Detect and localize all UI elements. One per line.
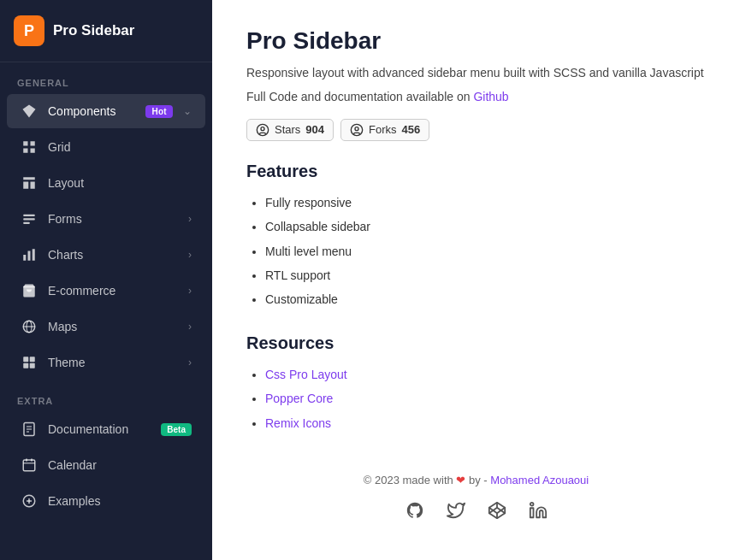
sidebar-item-forms[interactable]: Forms › — [7, 202, 205, 236]
github-buttons: Stars 904 Forks 456 — [246, 119, 706, 141]
footer: © 2023 made with ❤ by - Mohamed Azouaoui — [246, 457, 706, 531]
sidebar-item-ecommerce[interactable]: E-commerce › — [7, 274, 205, 308]
description-2: Full Code and documentation available on… — [246, 87, 706, 106]
footer-by: by - — [469, 474, 488, 486]
chevron-ecommerce-icon: › — [188, 285, 192, 297]
resource-3: Remix Icons — [265, 414, 706, 433]
extra-section-label: EXTRA — [0, 380, 212, 411]
layout-icon — [21, 174, 38, 192]
resources-list: Css Pro Layout Popper Core Remix Icons — [246, 365, 706, 433]
logo-title: Pro Sidebar — [53, 22, 134, 39]
svg-rect-10 — [23, 255, 26, 261]
resource-2-link[interactable]: Popper Core — [265, 392, 333, 405]
diamond-icon — [21, 103, 38, 120]
linkedin-icon[interactable] — [526, 498, 550, 522]
maps-label: Maps — [48, 320, 178, 333]
beta-badge: Beta — [161, 423, 192, 436]
components-label: Components — [48, 104, 135, 118]
svg-rect-5 — [23, 182, 28, 189]
logo-icon: P — [14, 15, 44, 46]
ecommerce-label: E-commerce — [48, 284, 178, 298]
svg-rect-0 — [23, 141, 27, 145]
twitter-icon[interactable] — [444, 498, 468, 522]
sidebar-item-charts[interactable]: Charts › — [7, 238, 205, 272]
footer-text: © 2023 made with — [364, 474, 453, 486]
grid-icon — [21, 139, 38, 156]
stars-count: 904 — [305, 123, 324, 136]
resource-1: Css Pro Layout — [265, 365, 706, 384]
svg-rect-3 — [31, 149, 35, 153]
svg-rect-9 — [23, 222, 30, 224]
chevron-charts-icon: › — [188, 249, 192, 261]
resources-title: Resources — [246, 333, 706, 353]
forks-button[interactable]: Forks 456 — [340, 119, 429, 141]
feature-1: Fully responsive — [265, 193, 706, 212]
sidebar-logo: P Pro Sidebar — [0, 0, 212, 62]
hot-badge: Hot — [145, 105, 173, 118]
heart-icon: ❤ — [456, 474, 469, 486]
sidebar-item-examples[interactable]: Examples — [7, 484, 205, 518]
examples-label: Examples — [48, 494, 192, 508]
feature-2: Collapsable sidebar — [265, 217, 706, 236]
resource-1-link[interactable]: Css Pro Layout — [265, 368, 347, 381]
examples-icon — [21, 492, 38, 510]
footer-author-link[interactable]: Mohamed Azouaoui — [490, 474, 589, 486]
forks-label: Forks — [369, 123, 397, 136]
feature-3: Multi level menu — [265, 242, 706, 261]
resource-2: Popper Core — [265, 389, 706, 408]
chevron-theme-icon: › — [188, 357, 192, 368]
sidebar-item-maps[interactable]: Maps › — [7, 309, 205, 344]
features-list: Fully responsive Collapsable sidebar Mul… — [246, 193, 706, 309]
sidebar-item-documentation[interactable]: Documentation Beta — [7, 412, 205, 446]
svg-rect-8 — [23, 218, 35, 220]
svg-rect-11 — [28, 251, 31, 261]
sidebar-item-theme[interactable]: Theme › — [7, 345, 205, 380]
svg-point-40 — [530, 503, 533, 506]
sidebar-item-calendar[interactable]: Calendar — [7, 448, 205, 482]
forms-icon — [21, 210, 38, 227]
forks-count: 456 — [402, 123, 421, 136]
github-icon[interactable] — [403, 498, 427, 522]
svg-rect-4 — [23, 177, 35, 180]
svg-rect-17 — [23, 357, 28, 362]
resource-3-link[interactable]: Remix Icons — [265, 416, 331, 430]
calendar-icon — [21, 457, 38, 474]
chevron-down-icon: ⌄ — [183, 105, 192, 117]
description-2-text: Full Code and documentation available on — [246, 90, 471, 103]
svg-rect-6 — [31, 182, 35, 189]
cart-icon — [21, 282, 38, 299]
svg-rect-39 — [530, 508, 533, 517]
github-link[interactable]: Github — [473, 90, 508, 103]
stars-label: Stars — [275, 123, 300, 136]
features-title: Features — [246, 162, 706, 181]
codepen-icon[interactable] — [485, 498, 509, 522]
sidebar: P Pro Sidebar GENERAL Components Hot ⌄ G… — [0, 0, 212, 560]
chevron-forms-icon: › — [188, 213, 192, 225]
calendar-label: Calendar — [48, 458, 192, 472]
page-title: Pro Sidebar — [246, 27, 706, 55]
feature-5: Customizable — [265, 290, 706, 309]
grid-label: Grid — [48, 140, 192, 154]
svg-rect-20 — [30, 363, 35, 368]
globe-icon — [21, 318, 38, 335]
stars-button[interactable]: Stars 904 — [246, 119, 334, 141]
chevron-maps-icon: › — [188, 321, 192, 333]
sidebar-item-layout[interactable]: Layout — [7, 166, 205, 200]
layout-label: Layout — [48, 176, 192, 190]
svg-rect-19 — [23, 363, 28, 368]
main-content: Pro Sidebar Responsive layout with advan… — [212, 0, 740, 560]
documentation-label: Documentation — [48, 422, 151, 436]
svg-rect-12 — [33, 249, 35, 261]
svg-rect-7 — [23, 215, 35, 216]
theme-icon — [21, 354, 38, 371]
forms-label: Forms — [48, 212, 178, 226]
svg-rect-2 — [23, 149, 27, 153]
sidebar-item-components[interactable]: Components Hot ⌄ — [7, 94, 205, 128]
svg-rect-1 — [31, 141, 35, 145]
sidebar-item-grid[interactable]: Grid — [7, 130, 205, 164]
feature-4: RTL support — [265, 266, 706, 285]
doc-icon — [21, 421, 38, 438]
charts-label: Charts — [48, 248, 178, 262]
svg-rect-18 — [30, 357, 35, 362]
charts-icon — [21, 246, 38, 263]
